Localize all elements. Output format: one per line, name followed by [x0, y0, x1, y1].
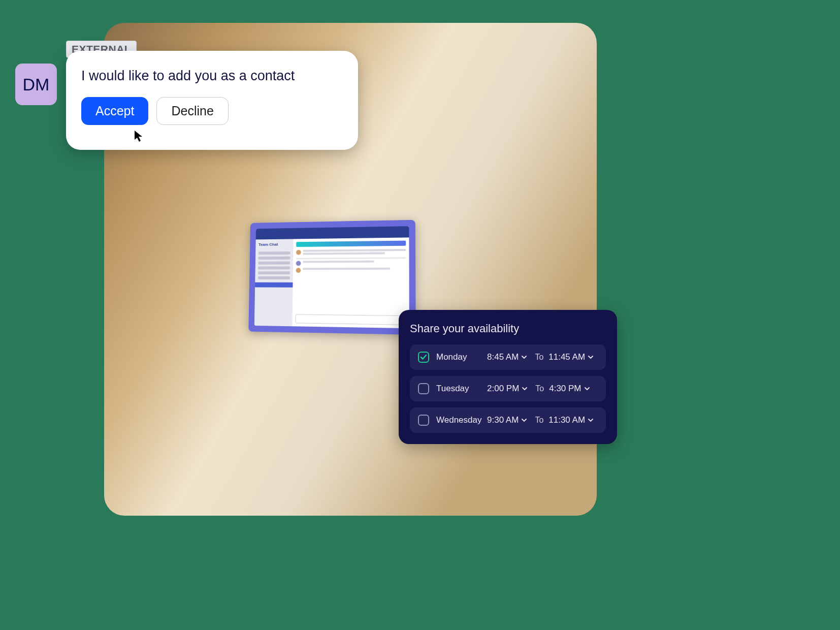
availability-row-monday: Monday 8:45 AM To 11:45 AM [410, 344, 606, 370]
end-time-select[interactable]: 11:30 AM [548, 415, 594, 425]
to-label: To [535, 384, 544, 393]
check-icon [420, 354, 427, 361]
chevron-down-icon [585, 386, 591, 392]
availability-row-tuesday: Tuesday 2:00 PM To 4:30 PM [410, 376, 606, 401]
start-time-select[interactable]: 8:45 AM [487, 352, 528, 362]
end-time-select[interactable]: 4:30 PM [549, 384, 590, 394]
contact-avatar: DM [15, 64, 57, 105]
availability-row-wednesday: Wednesday 9:30 AM To 11:30 AM [410, 407, 606, 433]
checkbox-monday[interactable] [418, 352, 429, 363]
to-label: To [535, 353, 543, 362]
accept-button[interactable]: Accept [81, 97, 148, 125]
laptop-screen: Team Chat [248, 220, 415, 335]
chevron-down-icon [588, 417, 594, 423]
availability-title: Share your availability [410, 322, 606, 335]
cursor-pointer-icon [134, 130, 144, 143]
app-title: Team Chat [255, 239, 293, 249]
end-time-select[interactable]: 11:45 AM [548, 352, 594, 362]
decline-button[interactable]: Decline [156, 97, 228, 125]
contact-request-message: I would like to add you as a contact [81, 68, 343, 84]
day-label: Wednesday [436, 415, 487, 425]
checkbox-tuesday[interactable] [418, 383, 429, 394]
chevron-down-icon [522, 386, 528, 392]
checkbox-wednesday[interactable] [418, 415, 429, 426]
chevron-down-icon [522, 354, 528, 360]
start-time-select[interactable]: 2:00 PM [487, 384, 528, 394]
to-label: To [535, 416, 543, 425]
day-label: Tuesday [436, 384, 487, 394]
chevron-down-icon [588, 354, 594, 360]
contact-request-card: I would like to add you as a contact Acc… [66, 51, 358, 150]
contact-request-actions: Accept Decline [81, 97, 343, 125]
chevron-down-icon [522, 417, 528, 423]
day-label: Monday [436, 352, 487, 362]
availability-panel: Share your availability Monday 8:45 AM T… [399, 310, 617, 444]
start-time-select[interactable]: 9:30 AM [487, 415, 528, 425]
